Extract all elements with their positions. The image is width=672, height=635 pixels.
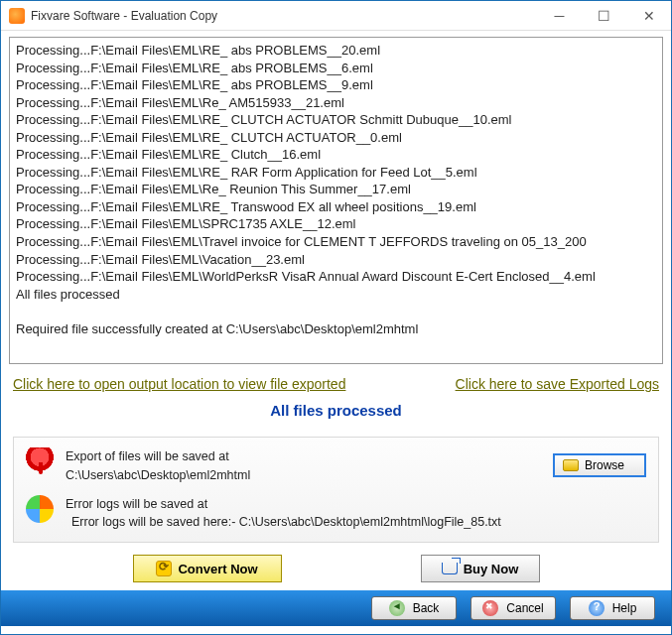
- cancel-icon: [482, 600, 498, 616]
- chart-pie-icon: [26, 495, 54, 523]
- close-button[interactable]: ✕: [626, 1, 671, 30]
- buy-now-button[interactable]: Buy Now: [421, 555, 540, 582]
- export-path: C:\Users\abc\Desktop\eml2mhtml: [66, 466, 541, 485]
- errorlog-label: Error logs will be saved at: [66, 495, 646, 514]
- help-icon: [589, 600, 605, 616]
- help-label: Help: [612, 601, 637, 615]
- help-button[interactable]: Help: [570, 596, 655, 620]
- folder-icon: [563, 459, 579, 471]
- app-icon: [9, 8, 25, 24]
- minimize-button[interactable]: ─: [537, 1, 582, 30]
- save-logs-link[interactable]: Click here to save Exported Logs: [456, 376, 659, 392]
- cancel-label: Cancel: [506, 601, 543, 615]
- status-message: All files processed: [9, 398, 663, 437]
- location-pin-icon: [26, 447, 54, 475]
- open-output-link[interactable]: Click here to open output location to vi…: [13, 376, 345, 392]
- maximize-button[interactable]: ☐: [582, 1, 626, 30]
- processing-log[interactable]: Processing...F:\Email Files\EML\RE_ abs …: [9, 37, 663, 364]
- convert-icon: [156, 561, 172, 576]
- errorlog-path: Error logs will be saved here:- C:\Users…: [66, 513, 646, 532]
- cart-icon: [442, 563, 458, 574]
- browse-label: Browse: [585, 458, 624, 472]
- back-arrow-icon: [389, 600, 405, 616]
- info-panel: Export of files will be saved at C:\User…: [13, 437, 659, 543]
- window-title: Fixvare Software - Evaluation Copy: [31, 9, 537, 23]
- convert-label: Convert Now: [178, 562, 257, 576]
- export-label: Export of files will be saved at: [66, 447, 541, 466]
- cancel-button[interactable]: Cancel: [470, 596, 556, 620]
- footer-bar: Back Cancel Help: [1, 590, 671, 626]
- browse-button[interactable]: Browse: [553, 453, 646, 477]
- back-label: Back: [413, 601, 440, 615]
- back-button[interactable]: Back: [371, 596, 457, 620]
- buy-label: Buy Now: [464, 562, 519, 576]
- convert-now-button[interactable]: Convert Now: [133, 555, 282, 582]
- titlebar: Fixvare Software - Evaluation Copy ─ ☐ ✕: [1, 1, 671, 31]
